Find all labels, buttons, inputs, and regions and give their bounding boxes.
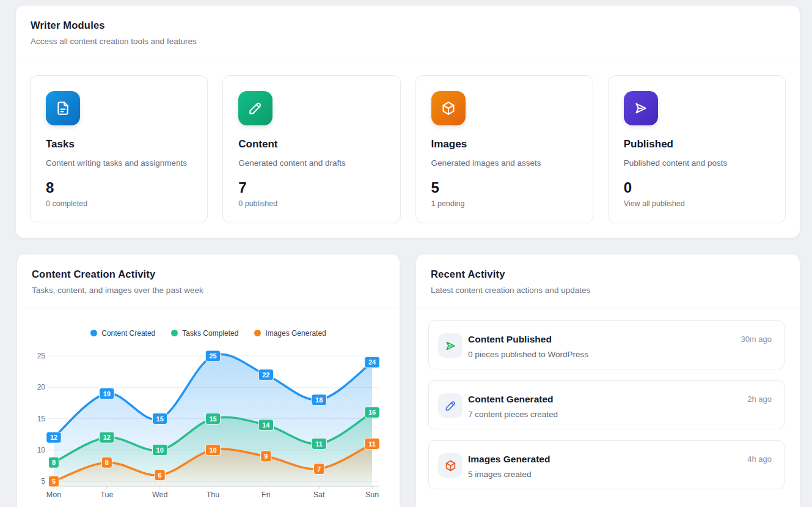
recent-activity-title: Recent Activity [431,268,785,280]
svg-text:Fri: Fri [262,490,271,499]
activity-title: Content Published [468,334,552,345]
module-desc: Generated content and drafts [238,158,384,168]
activity-title: Images Generated [468,454,550,465]
svg-text:9: 9 [264,453,268,460]
svg-text:7: 7 [317,465,321,473]
module-card-tasks[interactable]: Tasks Content writing tasks and assignme… [30,75,208,223]
legend-item-tasks-completed[interactable]: Tasks Completed [171,329,238,338]
cube-icon [444,459,457,472]
images-icon-badge [431,91,466,125]
module-desc: Content writing tasks and assignments [46,158,192,168]
send-icon [444,339,457,352]
activity-icon-chip [438,453,463,478]
module-count: 8 [46,180,192,195]
module-desc: Generated images and assets [431,158,577,168]
svg-text:10: 10 [156,446,164,454]
svg-text:25: 25 [37,352,46,360]
send-icon [633,100,649,116]
module-card-content[interactable]: Content Generated content and drafts 7 0… [222,75,400,223]
svg-text:11: 11 [368,440,376,448]
svg-text:Mon: Mon [46,490,61,499]
recent-activity-subtitle: Latest content creation actions and upda… [431,286,785,295]
svg-text:24: 24 [368,358,376,366]
activity-item-content-published[interactable]: Content Published 0 pieces published to … [428,320,785,369]
module-title: Tasks [46,138,192,150]
svg-text:5: 5 [41,477,45,486]
tasks-icon-badge [46,91,80,125]
content-creation-activity-panel: Content Creation Activity Tasks, content… [16,254,400,507]
chart-subtitle: Tasks, content, and images over the past… [32,286,385,295]
activity-item-content-generated[interactable]: Content Generated 7 content pieces creat… [428,380,785,429]
activity-icon-chip [438,393,463,418]
legend-label: Tasks Completed [182,329,238,338]
svg-text:15: 15 [37,415,46,423]
chart-panel-header: Content Creation Activity Tasks, content… [17,254,400,308]
legend-label: Content Created [101,329,155,338]
activity-item-images-generated[interactable]: Images Generated 5 images created 4h ago [428,440,785,489]
svg-text:Wed: Wed [152,490,168,499]
svg-text:6: 6 [158,472,162,479]
activity-line-chart: 510152025MonTueWedThuFriSatSun1219152522… [17,342,401,507]
svg-text:8: 8 [105,459,109,466]
module-title: Content [238,138,384,150]
chart-title: Content Creation Activity [32,268,385,280]
pencil-icon [247,100,263,116]
legend-dot-blue [90,330,97,336]
legend-item-content-created[interactable]: Content Created [90,329,155,338]
svg-text:Thu: Thu [207,490,220,499]
recent-activity-header: Recent Activity Latest content creation … [416,254,800,308]
module-count: 7 [238,180,384,195]
modules-grid: Tasks Content writing tasks and assignme… [16,59,800,239]
module-title: Published [624,138,770,150]
svg-text:15: 15 [209,415,216,423]
svg-text:22: 22 [262,371,269,379]
module-title: Images [431,138,577,150]
svg-text:19: 19 [103,390,111,398]
legend-item-images-generated[interactable]: Images Generated [254,329,326,338]
svg-text:Sat: Sat [313,490,325,499]
svg-text:18: 18 [315,396,323,404]
module-card-images[interactable]: Images Generated images and assets 5 1 p… [415,75,593,223]
activity-timestamp: 4h ago [747,454,772,464]
activity-icon-chip [438,333,463,358]
activity-desc: 7 content pieces created [468,410,558,419]
chart-legend: Content Created Tasks Completed Images G… [17,327,400,339]
svg-text:15: 15 [156,415,164,423]
activity-desc: 5 images created [468,470,532,479]
writer-modules-header: Writer Modules Access all content creati… [16,6,800,59]
writer-modules-panel: Writer Modules Access all content creati… [15,5,800,239]
document-icon [55,100,71,116]
svg-text:5: 5 [52,478,56,485]
content-icon-badge [238,91,272,125]
pencil-icon [444,399,457,412]
module-sub: 0 published [238,199,384,208]
published-icon-badge [624,91,658,125]
module-desc: Published content and posts [624,158,770,168]
svg-text:10: 10 [209,446,216,454]
module-card-published[interactable]: Published Published content and posts 0 … [608,75,786,223]
activity-title: Content Generated [468,394,554,405]
svg-text:20: 20 [37,383,46,391]
svg-text:14: 14 [262,421,270,429]
svg-text:Tue: Tue [100,490,113,499]
activity-timestamp: 30m ago [741,335,772,344]
svg-text:8: 8 [52,459,56,466]
cube-icon [441,100,456,116]
legend-dot-green [171,330,178,336]
module-count: 5 [431,180,577,195]
svg-text:12: 12 [50,434,57,441]
svg-text:25: 25 [209,352,216,360]
activity-list: Content Published 0 pieces published to … [416,308,800,489]
svg-text:Sun: Sun [365,490,379,499]
svg-text:10: 10 [37,446,46,454]
recent-activity-panel: Recent Activity Latest content creation … [415,254,800,507]
svg-text:12: 12 [103,434,111,441]
module-sub: View all published [624,199,770,208]
page-subtitle: Access all content creation tools and fe… [31,37,785,46]
module-sub: 1 pending [431,199,577,208]
activity-timestamp: 2h ago [747,394,772,404]
module-sub: 0 completed [46,199,192,208]
activity-desc: 0 pieces published to WordPress [468,350,588,359]
page-title: Writer Modules [31,20,785,31]
legend-dot-orange [254,330,261,336]
